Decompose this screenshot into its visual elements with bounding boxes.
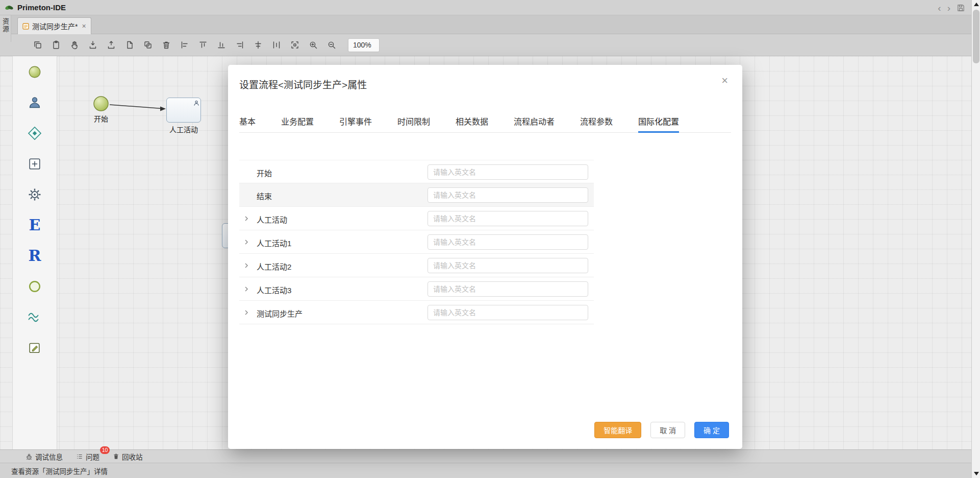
english-name-input[interactable] [428,305,588,320]
palette-automatic-activity[interactable] [20,186,49,203]
palette-start-node[interactable] [20,63,49,81]
pan-hand-button[interactable] [68,39,80,51]
problems-item[interactable]: 问题 10 [76,451,99,462]
delete-button[interactable] [160,39,172,51]
import-button[interactable] [87,39,98,51]
palette-entity-e[interactable]: E [20,217,49,234]
palette-annotation[interactable] [20,339,49,356]
english-name-input[interactable] [428,258,588,273]
tab-process-starter[interactable]: 流程启动者 [514,111,555,132]
save-icon[interactable] [957,4,965,12]
english-name-input[interactable] [428,187,588,203]
paste-button[interactable] [50,39,62,51]
dialog-footer: 智能翻译 取 消 确 定 [594,422,729,438]
english-name-input[interactable] [428,164,588,180]
palette-manual-activity[interactable] [20,94,49,111]
letter-r: R [29,248,41,264]
navigate-back-icon[interactable]: ‹ [938,3,941,13]
align-center-button[interactable] [252,39,264,51]
bottom-panel-bar: 调试信息 问题 10 回收站 [0,449,971,463]
start-node-label: 开始 [85,113,117,124]
vertical-scrollbar[interactable] [971,0,980,478]
expand-chevron-icon[interactable] [243,262,249,269]
export-button[interactable] [105,39,117,51]
document-button[interactable] [123,39,135,51]
editor-tab[interactable]: 测试同步生产* × [17,17,91,34]
dialog-close-icon[interactable]: × [721,75,728,86]
resource-strip-label: 资源 [1,18,10,42]
i18n-config-form: 开始 结束 人工活动 人工活动1 人工活动2 人工活动3 [239,160,594,324]
cancel-button[interactable]: 取 消 [650,422,685,438]
scrollbar-thumb[interactable] [973,10,979,63]
tab-time-limit[interactable]: 时间限制 [397,111,430,132]
letter-e: E [29,218,41,233]
start-node[interactable] [92,95,110,112]
process-file-icon [22,23,29,30]
palette-gateway[interactable] [20,125,49,142]
manual-activity-node[interactable] [166,98,201,123]
expand-chevron-icon[interactable] [243,216,249,222]
app-title: Primeton-IDE [17,3,66,12]
scroll-up-icon[interactable] [972,0,980,9]
table-row: 人工活动1 [239,230,594,254]
zoom-out-button[interactable] [325,39,337,51]
english-name-input[interactable] [428,281,588,297]
align-top-button[interactable] [197,39,209,51]
row-label: 开始 [257,168,272,178]
dialog-tab-bar: 基本 业务配置 引擎事件 时间限制 相关数据 流程启动者 流程参数 国际化配置 [239,111,731,133]
row-label: 人工活动1 [257,237,291,248]
app-logo-icon [4,3,14,13]
tab-business-config[interactable]: 业务配置 [281,111,314,132]
table-row: 测试同步生产 [239,301,594,324]
process-properties-dialog: 设置流程<测试同步生产>属性 × 基本 业务配置 引擎事件 时间限制 相关数据 … [228,65,742,449]
align-right-button[interactable] [234,39,245,51]
tab-i18n-config[interactable]: 国际化配置 [638,111,679,132]
node-palette: E R [12,56,57,449]
tab-process-params[interactable]: 流程参数 [580,111,613,132]
align-bottom-button[interactable] [215,39,227,51]
distribute-button[interactable] [270,39,282,51]
row-label: 人工活动3 [257,284,291,295]
align-left-button[interactable] [179,39,190,51]
status-bar: 查看资源「测试同步生产」详情 [0,463,971,478]
english-name-input[interactable] [428,234,588,250]
scroll-down-icon[interactable] [972,469,980,478]
english-name-input[interactable] [428,211,588,226]
tab-engine-events[interactable]: 引擎事件 [339,111,372,132]
title-bar: Primeton-IDE ‹ › [0,0,971,15]
recycle-bin-item[interactable]: 回收站 [113,451,143,462]
expand-chevron-icon[interactable] [243,286,249,292]
debug-info-item[interactable]: 调试信息 [26,451,63,462]
zoom-in-button[interactable] [307,39,319,51]
status-text: 查看资源「测试同步生产」详情 [11,466,108,476]
palette-report-r[interactable]: R [20,247,49,265]
resource-side-strip[interactable]: 资源 [0,15,11,42]
copy-button[interactable] [32,39,43,51]
palette-subprocess[interactable] [20,155,49,173]
tab-close-icon[interactable]: × [82,22,86,30]
person-icon [193,99,199,108]
row-label: 结束 [257,190,272,201]
duplicate-button[interactable] [142,39,154,51]
manual-activity-label: 人工活动 [163,124,204,134]
problems-label: 问题 [86,451,99,462]
dialog-title: 设置流程<测试同步生产>属性 [239,77,367,91]
tab-basic[interactable]: 基本 [239,111,256,132]
table-row: 人工活动 [239,207,594,230]
fit-screen-button[interactable] [289,39,300,51]
navigate-forward-icon[interactable]: › [947,3,950,13]
expand-chevron-icon[interactable] [243,239,249,245]
table-row: 开始 [239,160,594,183]
palette-end-node[interactable] [20,278,49,295]
palette-signal[interactable] [20,308,49,326]
ok-button[interactable]: 确 定 [694,422,729,438]
tab-related-data[interactable]: 相关数据 [456,111,488,132]
smart-translate-button[interactable]: 智能翻译 [594,422,641,438]
row-label: 测试同步生产 [257,308,303,319]
problems-count-badge: 10 [100,446,110,454]
zoom-level-input[interactable]: 100% [348,38,380,52]
table-row: 人工活动3 [239,277,594,301]
editor-toolbar: 100% [0,34,971,56]
table-row: 人工活动2 [239,254,594,277]
expand-chevron-icon[interactable] [243,309,249,316]
